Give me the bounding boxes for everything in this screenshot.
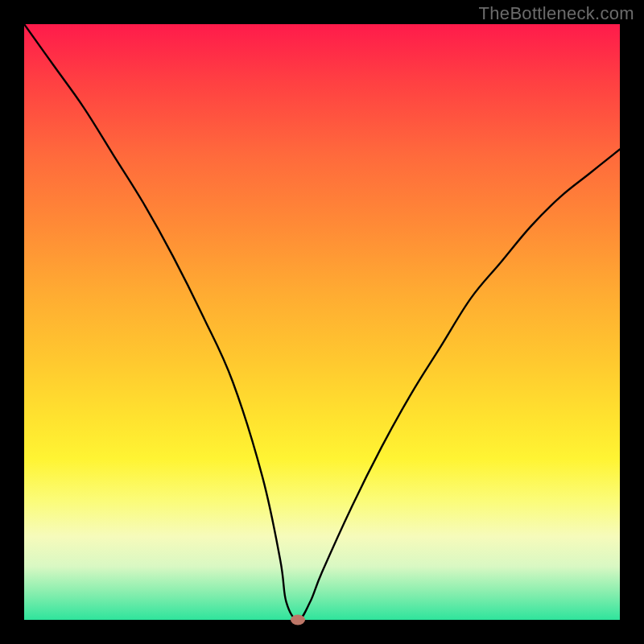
optimal-point-marker <box>291 615 305 625</box>
plot-area <box>24 24 620 620</box>
chart-frame: TheBottleneck.com <box>0 0 644 644</box>
bottleneck-curve <box>24 24 620 620</box>
watermark-text: TheBottleneck.com <box>479 3 634 24</box>
